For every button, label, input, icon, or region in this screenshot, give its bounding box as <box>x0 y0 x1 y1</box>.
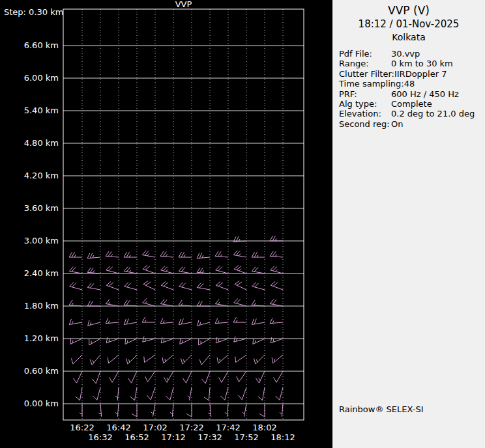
wind-barb <box>219 371 229 382</box>
x-axis-label: 16:42 <box>106 423 130 432</box>
wind-barb <box>106 251 119 257</box>
x-axis-label: 16:52 <box>125 432 149 442</box>
wind-barb <box>161 266 173 274</box>
info-value: 30.vvp <box>391 49 420 59</box>
info-row: Clutter Filter:IIRDoppler 7 <box>339 69 482 79</box>
chart-title: VVP <box>175 0 192 9</box>
wind-barb <box>233 317 246 322</box>
wind-barb <box>160 251 173 257</box>
y-axis-label: 3.00 km <box>24 236 59 245</box>
wind-barb <box>144 355 155 363</box>
info-row: Alg type:Complete <box>339 99 482 109</box>
y-axis-label: 1.20 km <box>24 333 59 343</box>
x-axis-label: 17:32 <box>198 432 222 442</box>
wind-barb <box>233 251 246 257</box>
info-row: Pdf File:30.vvp <box>339 49 482 59</box>
info-panel: VVP (V) 18:12 / 01-Nov-2025 Kolkata Pdf … <box>332 0 485 448</box>
wind-barb <box>142 251 155 257</box>
wind-barb <box>90 355 100 365</box>
wind-barb <box>69 319 82 325</box>
wind-barb <box>197 268 210 273</box>
wind-barb <box>217 355 228 363</box>
x-axis-label: 16:32 <box>88 432 112 442</box>
wind-barb <box>179 283 192 290</box>
info-row: PRF:600 Hz / 450 Hz <box>339 89 482 99</box>
wind-barb <box>87 301 100 306</box>
info-value: 0.2 deg to 21.0 deg <box>391 109 475 119</box>
wind-barb <box>274 371 284 382</box>
wind-barb <box>73 371 82 383</box>
wind-barb <box>237 371 246 382</box>
y-axis-label: 4.20 km <box>24 171 59 180</box>
wind-barb <box>234 299 246 307</box>
wind-barb <box>271 337 283 343</box>
wind-barb <box>253 339 265 344</box>
wind-barb <box>164 371 174 382</box>
wind-barb <box>124 267 137 273</box>
wind-barb <box>161 281 173 290</box>
wind-barb <box>93 387 101 400</box>
wind-barb <box>204 387 210 400</box>
wind-barb <box>143 299 155 307</box>
wind-barb <box>234 265 246 273</box>
info-label: Clutter Filter: <box>339 69 394 79</box>
y-axis-label: 4.80 km <box>24 138 59 148</box>
wind-barb <box>180 339 192 344</box>
wind-barb <box>270 300 283 306</box>
y-axis-label: 2.40 km <box>24 268 59 278</box>
wind-barb <box>242 404 246 417</box>
wind-barb <box>259 404 265 417</box>
y-axis-label: 0.00 km <box>24 399 59 408</box>
wind-barb <box>106 318 119 324</box>
vvp-plot: VVPStep: 0.30 km6.60 km6.00 km5.40 km4.8… <box>0 0 332 448</box>
wind-profile-chart: VVPStep: 0.30 km6.60 km6.00 km5.40 km4.8… <box>0 0 332 448</box>
info-value: 600 Hz / 450 Hz <box>391 89 459 99</box>
product-datetime: 18:12 / 01-Nov-2025 <box>332 18 485 30</box>
info-label: Elevation: <box>339 109 391 119</box>
wind-barb <box>225 404 228 417</box>
wind-barb <box>252 283 265 290</box>
wind-barb <box>216 337 228 343</box>
x-axis-label: 17:02 <box>143 423 167 432</box>
y-axis-label: 3.60 km <box>24 203 59 213</box>
wind-barb <box>216 281 228 290</box>
wind-barb <box>252 300 265 306</box>
x-axis-label: 17:22 <box>179 423 203 432</box>
wind-barb <box>151 404 155 417</box>
wind-barb <box>69 252 82 257</box>
wind-barb <box>215 251 228 257</box>
x-axis-label: 17:42 <box>216 423 240 432</box>
wind-barb <box>258 387 265 400</box>
wind-barb <box>106 300 119 306</box>
wind-barb <box>125 339 137 344</box>
wind-barb <box>126 355 138 364</box>
wind-barb <box>132 404 137 417</box>
info-label: Pdf File: <box>339 49 391 59</box>
wind-barb <box>235 355 246 363</box>
wind-barb <box>106 337 119 343</box>
wind-barb <box>110 371 119 382</box>
wind-barb <box>87 283 100 290</box>
wind-barb <box>108 355 119 363</box>
wind-barb <box>147 387 155 400</box>
wind-barb <box>125 283 137 290</box>
wind-barb <box>128 371 137 383</box>
wind-barb <box>197 253 210 259</box>
wind-barb <box>92 371 100 384</box>
wind-barb <box>124 300 137 306</box>
wind-barb <box>124 252 137 257</box>
product-title: VVP (V) <box>332 4 485 17</box>
info-list: Pdf File:30.vvp Range:0 km to 30 km Clut… <box>339 49 482 129</box>
wind-barb <box>106 281 119 290</box>
y-axis-label: 6.00 km <box>24 73 59 83</box>
wind-barb <box>115 387 119 400</box>
wind-barb <box>238 387 246 400</box>
info-value: 48 <box>404 79 415 89</box>
wind-barb <box>70 339 82 344</box>
wind-barb <box>215 300 228 306</box>
wind-barb <box>197 301 210 306</box>
wind-barb <box>270 236 283 241</box>
wind-barb <box>179 252 192 257</box>
wind-barb <box>234 337 246 343</box>
x-axis-label: 18:12 <box>271 432 295 442</box>
